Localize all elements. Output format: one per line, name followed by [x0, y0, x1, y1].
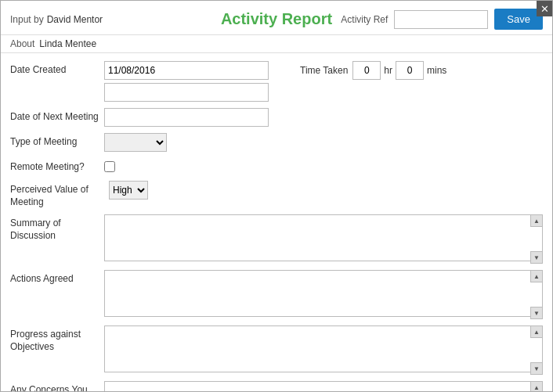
modal-header: Input by David Mentor Activity Report Ac… [1, 1, 552, 35]
actions-label: Actions Agreed [10, 270, 104, 286]
remote-meeting-checkbox[interactable] [104, 161, 115, 172]
remote-meeting-row: Remote Meeting? [10, 158, 543, 174]
progress-textarea-container: ▲ ▼ [104, 325, 543, 375]
date-time-row: Date Created Time Taken hr mins [10, 61, 543, 102]
actions-row: Actions Agreed ▲ ▼ [10, 270, 543, 319]
next-meeting-row: Date of Next Meeting [10, 108, 543, 127]
progress-control: ▲ ▼ [104, 325, 543, 375]
summary-scroll-arrows: ▲ ▼ [530, 214, 543, 264]
activity-report-modal: ✕ Input by David Mentor Activity Report … [0, 0, 553, 392]
perceived-value-select[interactable]: High Medium Low [109, 181, 148, 200]
date-created-control [104, 61, 276, 102]
about-label: About [10, 38, 34, 49]
perceived-value-control: High Medium Low [104, 181, 543, 200]
actions-scroll-down[interactable]: ▼ [530, 307, 543, 319]
remote-meeting-label: Remote Meeting? [10, 158, 104, 174]
perceived-value-row: Perceived Value of Meeting High Medium L… [10, 181, 543, 208]
perceived-value-group: High Medium Low [104, 181, 543, 200]
save-button[interactable]: Save [494, 9, 543, 30]
actions-control: ▲ ▼ [104, 270, 543, 319]
next-meeting-label: Date of Next Meeting [10, 108, 104, 124]
date-created-section: Date Created [10, 61, 276, 102]
close-button[interactable]: ✕ [537, 1, 552, 16]
summary-row: Summary of Discussion ▲ ▼ [10, 214, 543, 264]
actions-textarea-container: ▲ ▼ [104, 270, 543, 319]
summary-scroll-up[interactable]: ▲ [530, 214, 543, 227]
about-section: About Linda Mentee [1, 35, 552, 53]
next-meeting-control [104, 108, 543, 127]
concerns-textarea[interactable] [104, 381, 543, 391]
time-hr-input[interactable] [352, 61, 381, 80]
progress-row: Progress against Objectives ▲ ▼ [10, 325, 543, 375]
date-created-input[interactable] [104, 61, 269, 80]
type-meeting-label: Type of Meeting [10, 133, 104, 149]
type-meeting-row: Type of Meeting [10, 133, 543, 152]
summary-control: ▲ ▼ [104, 214, 543, 264]
concerns-row: Any Concerns You Wish to Raise with the … [10, 381, 543, 391]
concerns-textarea-container: ▲ ▼ [104, 381, 543, 391]
perceived-value-label: Perceived Value of Meeting [10, 181, 104, 208]
next-meeting-input[interactable] [104, 108, 269, 127]
input-by-label: Input by [10, 14, 44, 25]
input-by-value: David Mentor [47, 14, 103, 25]
page-title: Activity Report [221, 10, 332, 28]
actions-textarea[interactable] [104, 270, 543, 317]
summary-textarea-container: ▲ ▼ [104, 214, 543, 264]
remote-meeting-control [104, 158, 543, 174]
progress-scroll-arrows: ▲ ▼ [530, 325, 543, 375]
date-created-extra-input[interactable] [104, 83, 269, 102]
hr-unit: hr [384, 65, 392, 76]
input-by-section: Input by David Mentor [10, 14, 103, 25]
activity-ref-label: Activity Ref [341, 14, 388, 25]
concerns-scroll-up[interactable]: ▲ [530, 381, 543, 391]
progress-scroll-down[interactable]: ▼ [530, 362, 543, 375]
concerns-control: ▲ ▼ [104, 381, 543, 391]
type-meeting-control [104, 133, 543, 152]
time-inputs: hr mins [352, 61, 446, 80]
type-meeting-select[interactable] [104, 133, 167, 152]
summary-scroll-down[interactable]: ▼ [530, 251, 543, 264]
time-mins-input[interactable] [396, 61, 424, 80]
activity-ref-input[interactable] [394, 10, 488, 29]
progress-label: Progress against Objectives [10, 325, 104, 353]
mins-unit: mins [427, 65, 446, 76]
actions-scroll-up[interactable]: ▲ [530, 270, 543, 282]
actions-scroll-arrows: ▲ ▼ [530, 270, 543, 319]
concerns-scroll-arrows: ▲ ▼ [530, 381, 543, 391]
summary-label: Summary of Discussion [10, 214, 104, 242]
time-taken-section: Time Taken hr mins [276, 61, 543, 80]
time-taken-label: Time Taken [300, 65, 348, 76]
progress-textarea[interactable] [104, 325, 543, 372]
header-right: Activity Ref Save [341, 9, 543, 30]
about-value: Linda Mentee [39, 38, 96, 49]
form-body: Date Created Time Taken hr mins [1, 53, 552, 391]
date-created-label: Date Created [10, 61, 104, 77]
time-taken-group: Time Taken hr mins [300, 61, 446, 80]
concerns-label: Any Concerns You Wish to Raise with the … [10, 381, 104, 391]
summary-textarea[interactable] [104, 214, 543, 261]
progress-scroll-up[interactable]: ▲ [530, 325, 543, 338]
